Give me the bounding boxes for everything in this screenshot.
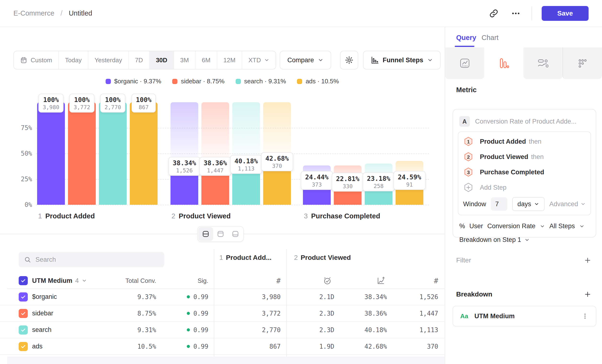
bar-pct: 22.81% xyxy=(336,175,359,182)
metric-header[interactable]: A Conversion Rate of Product Adde... xyxy=(459,115,590,128)
measure-selector[interactable]: Conversion Rate xyxy=(487,223,536,230)
breakdown-step-selector[interactable]: Breakdown on Step 1 xyxy=(459,236,590,244)
tab-flows[interactable] xyxy=(524,47,562,79)
legend-item-ads[interactable]: ads · 10.5% xyxy=(297,78,339,85)
search-placeholder: Search xyxy=(35,256,56,263)
range-7d[interactable]: 7D xyxy=(128,51,149,69)
row-checkbox[interactable] xyxy=(19,322,28,338)
add-step-button[interactable]: Add Step xyxy=(463,180,586,195)
cell-step2-count: 1,447 xyxy=(381,305,438,321)
funnel-bar-sidebar-step1[interactable] xyxy=(68,102,96,205)
breakdown-section-title: Breakdown xyxy=(456,290,492,298)
metric-step-1[interactable]: 1Product Addedthen xyxy=(463,134,586,149)
metric-step-3[interactable]: 3Purchase Completed xyxy=(463,164,586,180)
legend-item-search[interactable]: search · 9.31% xyxy=(236,78,286,85)
window-label: Window xyxy=(463,200,486,208)
svg-text:1: 1 xyxy=(467,139,470,144)
row-checkbox[interactable] xyxy=(19,338,28,354)
bar-pct: 42.68% xyxy=(265,155,289,162)
breadcrumb-report-title[interactable]: Untitled xyxy=(69,9,92,17)
filter-section-title: Filter xyxy=(456,257,471,264)
svg-text:2: 2 xyxy=(467,154,470,160)
y-axis-tick: 25% xyxy=(7,176,32,183)
metric-card: A Conversion Rate of Product Adde... 1Pr… xyxy=(452,109,596,237)
metric-step-2[interactable]: 2Product Viewedthen xyxy=(463,149,586,164)
add-filter-icon[interactable] xyxy=(584,257,591,264)
tab-funnels[interactable] xyxy=(484,47,523,79)
bar-pct: 38.34% xyxy=(173,159,196,167)
row-checkbox[interactable] xyxy=(19,289,28,305)
funnel-bar-faded-search-step2[interactable] xyxy=(232,102,260,164)
range-yesterday[interactable]: Yesterday xyxy=(88,51,128,69)
breakdown-value-count: 4 xyxy=(75,277,79,285)
cell-total-conv: 9.31% xyxy=(99,322,156,338)
counting-options-row: % User Conversion Rate All Steps xyxy=(459,223,590,230)
window-unit-select[interactable]: days xyxy=(512,197,545,211)
view-switcher xyxy=(197,226,244,242)
legend-swatch xyxy=(106,79,111,84)
funnel-bar-search-step1[interactable] xyxy=(99,102,127,205)
bar-pct: 24.44% xyxy=(305,173,329,181)
funnel-bar-organic-step1[interactable] xyxy=(37,102,65,205)
column-header-sig[interactable]: Sig. xyxy=(151,273,208,288)
table-search-input[interactable]: Search xyxy=(19,252,164,267)
row-label: ads xyxy=(32,338,43,354)
advanced-toggle[interactable]: Advanced xyxy=(549,200,586,208)
range-custom[interactable]: Custom xyxy=(14,51,58,69)
range-6m[interactable]: 6M xyxy=(195,51,217,69)
view-switcher-table-view[interactable] xyxy=(228,227,243,241)
breadcrumb-project[interactable]: E-Commerce xyxy=(13,9,54,17)
tab-chart[interactable]: Chart xyxy=(482,34,499,42)
table-row-ads[interactable]: ads10.5%0.998671.9D42.68%370 xyxy=(0,338,444,355)
calendar-icon xyxy=(20,56,27,64)
column-header-total-conv[interactable]: Total Conv. xyxy=(99,273,156,288)
add-breakdown-icon[interactable] xyxy=(584,290,591,298)
range-today[interactable]: Today xyxy=(58,51,88,69)
save-button[interactable]: Save xyxy=(542,6,589,21)
bar-value-label: 100%3,772 xyxy=(69,94,94,113)
funnel-bar-faded-organic-step2[interactable] xyxy=(171,102,198,165)
tab-retention[interactable] xyxy=(562,47,602,79)
row-checkbox[interactable] xyxy=(19,305,28,321)
counting-unit-selector[interactable]: User xyxy=(469,223,483,230)
window-value-input[interactable]: 7 xyxy=(491,197,507,211)
table-row-search[interactable]: search9.31%0.992,7702.3D40.18%1,113 xyxy=(0,322,444,338)
bar-count: 867 xyxy=(136,104,151,110)
range-30d[interactable]: 30D xyxy=(149,51,174,69)
view-switcher-chart-view[interactable] xyxy=(213,227,228,241)
table-group-header-step2: 2 Product Viewed xyxy=(294,254,351,261)
view-switcher-split-view[interactable] xyxy=(198,227,213,241)
bar-value-label: 38.34%1,526 xyxy=(168,157,200,176)
hash-icon[interactable]: # xyxy=(223,273,281,288)
share-link-icon[interactable] xyxy=(488,7,500,20)
range-label: Yesterday xyxy=(95,56,122,64)
app-window: E-Commerce / Untitled Save CustomTodayYe… xyxy=(0,0,602,364)
range-12m[interactable]: 12M xyxy=(217,51,242,69)
breakdown-column-header[interactable]: UTM Medium 4 xyxy=(32,273,87,288)
tab-query[interactable]: Query xyxy=(456,34,476,42)
hash-icon[interactable]: # xyxy=(381,273,438,288)
range-xtd[interactable]: XTD xyxy=(242,51,276,69)
funnel-bar-faded-sidebar-step2[interactable] xyxy=(201,102,229,165)
percent-token[interactable]: % xyxy=(459,223,465,230)
legend-item-organic[interactable]: $organic · 9.37% xyxy=(106,78,161,85)
time-to-convert-icon[interactable] xyxy=(323,273,332,288)
table-scrollbar-track[interactable] xyxy=(7,357,444,364)
tab-insights[interactable] xyxy=(445,47,484,79)
kebab-menu-icon[interactable] xyxy=(581,312,589,320)
step-hexagon-badge: 2 xyxy=(463,152,474,162)
funnel-bar-ads-step1[interactable] xyxy=(130,102,158,205)
x-axis-step-label-3: 3Purchase Completed xyxy=(304,212,380,220)
table-row-sidebar[interactable]: sidebar8.75%0.993,7722.3D38.36%1,447 xyxy=(0,305,444,322)
legend-item-sidebar[interactable]: sidebar · 8.75% xyxy=(172,78,224,85)
table-header-row: UTM Medium 4 Total Conv. Sig. # xyxy=(0,273,444,288)
breakdown-property-card[interactable]: Aa UTM Medium xyxy=(452,306,596,326)
table-row-organic[interactable]: $organic9.37%0.993,9802.1D38.34%1,526 xyxy=(0,289,444,305)
steps-scope-selector[interactable]: All Steps xyxy=(549,223,575,230)
range-3m[interactable]: 3M xyxy=(174,51,195,69)
x-axis-step-label-2: 2Product Viewed xyxy=(172,212,231,220)
significance-dot xyxy=(187,312,190,315)
breakdown-section-row: Breakdown xyxy=(456,289,591,300)
more-menu-icon[interactable] xyxy=(510,7,522,20)
select-all-checkbox[interactable] xyxy=(19,273,28,288)
